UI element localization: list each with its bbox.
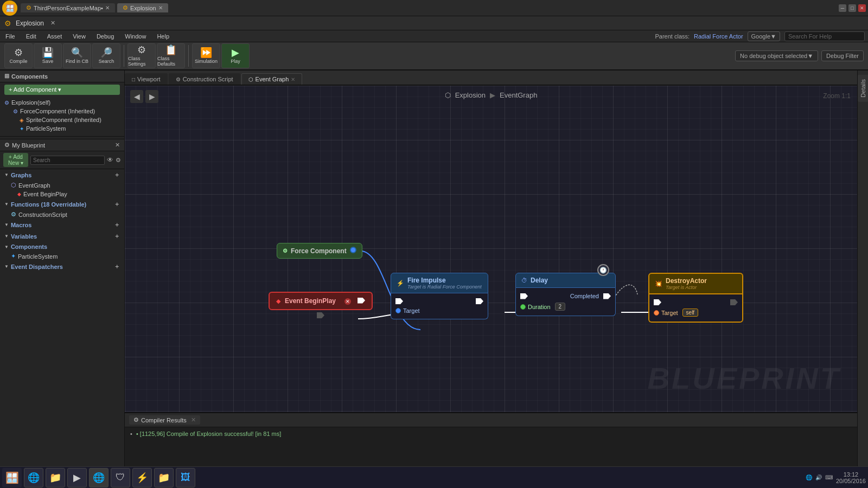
node-event-begin-play[interactable]: ◆ Event BeginPlay ✕ xyxy=(269,292,373,319)
search-icon: 🔎 xyxy=(100,48,112,57)
search-for-help-input[interactable]: Search For Help xyxy=(784,31,865,41)
delay-node-icon: ⏱ xyxy=(521,277,527,284)
bp-eye-icon[interactable]: 👁 xyxy=(107,156,113,164)
delay-duration-value[interactable]: 2 xyxy=(555,303,566,311)
tree-item-sprite-component[interactable]: ◈ SpriteComponent (Inherited) xyxy=(0,115,124,124)
save-button[interactable]: 💾 Save xyxy=(34,43,62,68)
taskbar-chrome-button[interactable]: 🌐 xyxy=(89,468,108,487)
bp-section-functions: Functions (18 Overridable) ＋ ⚙ Construct… xyxy=(0,198,124,219)
os-tab-close[interactable]: ✕ xyxy=(105,5,110,11)
bp-graphs-plus[interactable]: ＋ xyxy=(114,171,120,179)
os-tab-explosion-close[interactable]: ✕ xyxy=(158,5,163,11)
debug-dropdown[interactable]: No debug object selected▼ xyxy=(735,50,818,61)
minimize-button[interactable]: ─ xyxy=(839,4,846,12)
os-tab-explosion[interactable]: ⚙ Explosion ✕ xyxy=(117,3,168,12)
event-graph-tab-close[interactable]: ✕ xyxy=(291,76,295,82)
my-blueprint-content: Graphs ＋ ⬡ EventGraph ◆ Event BeginPlay xyxy=(0,169,124,466)
node-fire-impulse[interactable]: ⚡ Fire Impulse Target is Radial Force Co… xyxy=(391,273,488,319)
details-tab[interactable]: Details xyxy=(858,75,869,102)
simulation-button[interactable]: ⏩ Simulation xyxy=(192,43,220,68)
blueprint-canvas[interactable]: ◀ ▶ ⬡ Explosion ▶ EventGraph Zoom 1:1 BL… xyxy=(125,86,857,412)
node-delay[interactable]: 🕐 ⏱ Delay Completed xyxy=(515,273,616,316)
compile-button[interactable]: ⚙ Compile xyxy=(4,43,33,68)
gear-icon: ⚙ xyxy=(4,100,9,106)
debug-filter-button[interactable]: Debug Filter xyxy=(821,50,864,61)
add-component-button[interactable]: + Add Component ▾ xyxy=(4,85,120,95)
title-close-icon[interactable]: ✕ xyxy=(50,20,55,27)
os-start-button[interactable]: 🪟 xyxy=(2,1,17,16)
close-button[interactable]: ✕ xyxy=(858,4,866,12)
taskbar-start-button[interactable]: 🪟 xyxy=(2,468,22,487)
construction-tab-icon: ⚙ xyxy=(176,76,181,82)
google-dropdown[interactable]: Google▼ xyxy=(748,31,780,41)
delay-completed-pin xyxy=(603,293,611,299)
class-defaults-button[interactable]: 📋 Class Defaults xyxy=(157,43,185,68)
bp-functions-title[interactable]: Functions (18 Overridable) ＋ xyxy=(0,198,124,210)
bp-functions-plus[interactable]: ＋ xyxy=(114,200,120,208)
bp-components-title[interactable]: Components xyxy=(0,242,124,252)
compiler-tab-close[interactable]: ✕ xyxy=(191,416,196,423)
particles-icon: ✦ xyxy=(20,126,24,132)
menu-file[interactable]: File xyxy=(3,32,17,41)
breadcrumb-event-graph[interactable]: EventGraph xyxy=(500,91,537,99)
taskbar-media-button[interactable]: ▶ xyxy=(67,468,87,487)
bp-construction-script-item[interactable]: ⚙ ConstructionScript xyxy=(0,210,124,219)
bp-variables-plus[interactable]: ＋ xyxy=(114,232,120,240)
bp-event-graph-item[interactable]: ⬡ EventGraph xyxy=(0,181,124,190)
tab-construction-script[interactable]: ⚙ Construction Script xyxy=(169,73,240,85)
os-taskbar-bottom: 🪟 🌐 📁 ▶ 🌐 🛡 ⚡ 📁 🖼 🌐 🔊 ⌨ 13:12 20/05/2016 xyxy=(0,466,868,488)
bp-macros-plus[interactable]: ＋ xyxy=(114,221,120,229)
taskbar-explorer-button[interactable]: 📁 xyxy=(46,468,65,487)
taskbar-explorer2-button[interactable]: 📁 xyxy=(154,468,174,487)
taskbar-epic-button[interactable]: 🛡 xyxy=(111,468,130,487)
my-blueprint-close-icon[interactable]: ✕ xyxy=(115,142,120,149)
destroy-target-value[interactable]: self xyxy=(682,309,699,317)
os-tab-map[interactable]: ⚙ ThirdPersonExampleMap• ✕ xyxy=(21,3,115,12)
play-button[interactable]: ▶ Play xyxy=(221,43,250,68)
menu-window[interactable]: Window xyxy=(123,32,148,41)
find-in-cb-button[interactable]: 🔍 Find in CB xyxy=(63,43,91,68)
left-panel: ⊞ Components + Add Component ▾ ⚙ Explosi… xyxy=(0,70,125,466)
bp-graphs-title[interactable]: Graphs ＋ xyxy=(0,169,124,181)
save-icon: 💾 xyxy=(42,48,54,57)
particle-system-icon: ✦ xyxy=(11,253,16,260)
nav-back-button[interactable]: ◀ xyxy=(130,90,143,103)
sprite-icon: ◈ xyxy=(20,117,24,123)
bp-dispatchers-plus[interactable]: ＋ xyxy=(114,262,120,271)
tab-viewport[interactable]: □ Viewport xyxy=(125,73,168,85)
bp-event-begin-play-item[interactable]: ◆ Event BeginPlay xyxy=(0,190,124,198)
maximize-button[interactable]: □ xyxy=(848,4,856,12)
tree-item-force-component[interactable]: ⚙ ForceComponent (Inherited) xyxy=(0,107,124,115)
taskbar-keyboard-icon: ⌨ xyxy=(825,474,833,480)
bp-settings-icon[interactable]: ⚙ xyxy=(116,157,121,164)
compiler-body: • • [1125,96] Compile of Explosion succe… xyxy=(125,427,857,440)
menu-view[interactable]: View xyxy=(71,32,88,41)
bp-search-input[interactable] xyxy=(30,156,105,165)
menu-debug[interactable]: Debug xyxy=(94,32,116,41)
bp-macros-title[interactable]: Macros ＋ xyxy=(0,219,124,230)
taskbar-ps-button[interactable]: 🖼 xyxy=(176,468,195,487)
breadcrumb-explosion[interactable]: Explosion xyxy=(455,91,486,99)
find-icon: 🔍 xyxy=(71,48,83,57)
menu-asset[interactable]: Asset xyxy=(45,32,65,41)
search-button[interactable]: 🔎 Search xyxy=(92,43,120,68)
tree-item-particle-system-comp[interactable]: ✦ ParticleSystem xyxy=(0,124,124,133)
tab-event-graph[interactable]: ⬡ Event Graph ✕ xyxy=(241,73,303,85)
node-force-component[interactable]: ⚙ Force Component xyxy=(277,243,362,259)
blueprint-watermark: BLUEPRINT xyxy=(648,361,841,396)
taskbar-ie-button[interactable]: 🌐 xyxy=(24,468,43,487)
menu-edit[interactable]: Edit xyxy=(24,32,39,41)
node-destroy-actor[interactable]: 💥 DestroyActor Target is Actor xyxy=(648,273,743,323)
nav-forward-button[interactable]: ▶ xyxy=(145,90,158,103)
bp-variables-title[interactable]: Variables ＋ xyxy=(0,230,124,242)
tree-item-explosion-self[interactable]: ⚙ Explosion(self) xyxy=(0,98,124,107)
menu-help[interactable]: Help xyxy=(155,32,171,41)
compiler-message: • [1125,96] Compile of Explosion success… xyxy=(136,431,281,437)
class-settings-button[interactable]: ⚙ Class Settings xyxy=(127,43,156,68)
destroy-target-pin xyxy=(654,310,659,316)
bp-dispatchers-title[interactable]: Event Dispatchers ＋ xyxy=(0,261,124,272)
taskbar-ue4-button[interactable]: ⚡ xyxy=(132,468,152,487)
bp-add-new-button[interactable]: + Add New ▾ xyxy=(3,153,28,167)
compiler-results-tab[interactable]: ⚙ Compiler Results ✕ xyxy=(129,415,200,425)
bp-particle-system-item[interactable]: ✦ ParticleSystem xyxy=(0,252,124,261)
